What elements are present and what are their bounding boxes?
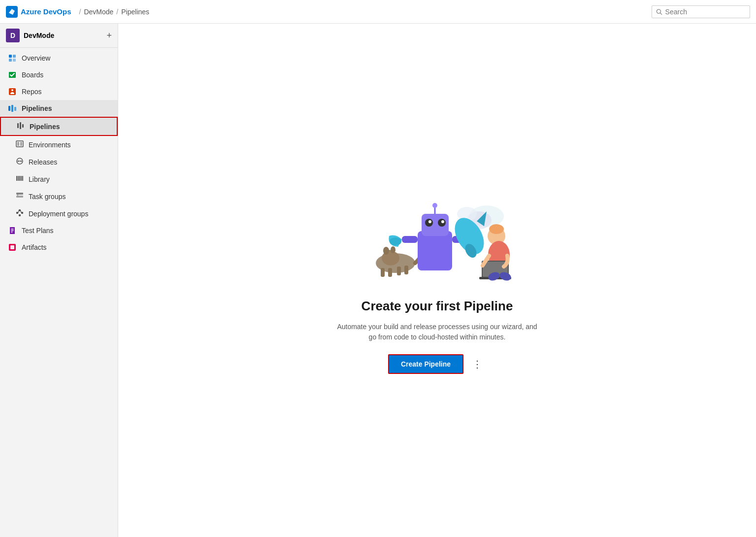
pipelines-sub-icon <box>17 122 25 131</box>
svg-point-62 <box>390 237 401 245</box>
pipeline-empty-state: Create your first Pipeline Automate your… <box>318 171 557 390</box>
svg-rect-3 <box>13 55 16 58</box>
project-header: D DevMode + <box>0 24 118 48</box>
svg-point-19 <box>18 161 19 162</box>
svg-rect-48 <box>381 268 385 277</box>
svg-rect-29 <box>17 194 18 196</box>
sidebar-subitem-task-groups[interactable]: Task groups <box>0 188 118 205</box>
empty-state-heading: Create your first Pipeline <box>362 299 513 314</box>
svg-rect-49 <box>388 268 392 277</box>
svg-rect-51 <box>404 266 408 274</box>
deployment-groups-icon <box>16 209 24 218</box>
pipelines-group-icon <box>8 104 17 113</box>
sidebar-subitem-label-task-groups: Task groups <box>29 193 66 201</box>
sidebar-item-label-overview: Overview <box>22 54 50 62</box>
sidebar-subitem-label-releases: Releases <box>29 158 57 166</box>
svg-rect-31 <box>19 209 21 211</box>
svg-point-57 <box>441 220 444 223</box>
svg-rect-12 <box>17 123 19 128</box>
project-avatar: D <box>6 29 20 42</box>
project-name: DevMode <box>24 32 54 39</box>
sidebar-subitem-label-pipelines: Pipelines <box>30 123 60 131</box>
sidebar-item-label-pipelines-group: Pipelines <box>22 104 52 112</box>
breadcrumb-sep1: / <box>79 8 81 16</box>
sidebar-item-overview[interactable]: Overview <box>0 50 118 67</box>
overview-icon <box>8 54 17 63</box>
logo-icon <box>6 6 18 18</box>
search-input[interactable] <box>665 8 746 16</box>
app-title: Azure DevOps <box>21 7 71 16</box>
svg-rect-60 <box>402 236 418 243</box>
sidebar-subitem-label-deployment-groups: Deployment groups <box>29 210 88 218</box>
svg-rect-5 <box>13 59 16 62</box>
sidebar-item-label-repos: Repos <box>22 88 41 96</box>
sidebar-item-label-test-plans: Test Plans <box>22 227 54 235</box>
svg-rect-4 <box>9 59 12 62</box>
svg-rect-52 <box>418 231 452 270</box>
main-content: Create your first Pipeline Automate your… <box>118 24 756 537</box>
svg-rect-13 <box>20 122 21 129</box>
svg-point-47 <box>391 246 395 253</box>
svg-point-59 <box>432 203 437 208</box>
sidebar-item-label-artifacts: Artifacts <box>22 243 47 251</box>
svg-line-35 <box>21 210 21 213</box>
sidebar-item-repos[interactable]: Repos <box>0 83 118 100</box>
sidebar-item-pipelines-group[interactable]: Pipelines <box>0 100 118 117</box>
sidebar-subitem-label-library: Library <box>29 175 50 183</box>
boards-icon <box>8 70 17 79</box>
pipeline-illustration <box>349 187 526 287</box>
svg-rect-9 <box>8 106 10 111</box>
breadcrumb: / DevMode / Pipelines <box>79 8 150 16</box>
svg-point-46 <box>383 247 389 255</box>
svg-rect-24 <box>19 176 20 181</box>
releases-icon <box>16 157 24 167</box>
breadcrumb-devmode[interactable]: DevMode <box>84 8 113 16</box>
svg-rect-11 <box>14 107 16 111</box>
svg-rect-25 <box>21 176 22 181</box>
sidebar-subitem-environments[interactable]: Environments <box>0 136 118 153</box>
sidebar-subitem-releases[interactable]: Releases <box>0 153 118 170</box>
sidebar-subitem-label-environments: Environments <box>29 141 71 149</box>
sidebar-subitem-library[interactable]: Library <box>0 170 118 188</box>
svg-rect-26 <box>22 176 23 181</box>
sidebar-item-label-boards: Boards <box>22 71 43 79</box>
svg-rect-16 <box>17 142 19 146</box>
sidebar: D DevMode + Overview <box>0 24 118 537</box>
sidebar-subitem-pipelines[interactable]: Pipelines <box>0 117 118 136</box>
test-plans-icon <box>8 226 17 235</box>
sidebar-item-artifacts[interactable]: Artifacts <box>0 239 118 256</box>
add-project-button[interactable]: + <box>106 31 112 40</box>
svg-rect-50 <box>397 267 401 275</box>
top-nav: Azure DevOps / DevMode / Pipelines <box>0 0 756 24</box>
svg-rect-22 <box>16 176 17 181</box>
svg-rect-37 <box>10 245 14 249</box>
artifacts-icon <box>8 243 17 252</box>
search-box[interactable] <box>652 5 750 18</box>
sidebar-item-boards[interactable]: Boards <box>0 67 118 83</box>
more-options-button[interactable]: ⋮ <box>468 356 486 372</box>
svg-rect-14 <box>22 124 24 128</box>
svg-rect-2 <box>9 55 12 58</box>
environments-icon <box>16 140 24 149</box>
library-icon <box>16 174 24 184</box>
sidebar-item-test-plans[interactable]: Test Plans <box>0 222 118 239</box>
svg-rect-23 <box>18 176 19 181</box>
cta-row: Create Pipeline ⋮ <box>388 354 486 374</box>
repos-icon <box>8 87 17 96</box>
svg-rect-17 <box>20 142 22 146</box>
svg-point-56 <box>428 220 431 223</box>
empty-state-description: Automate your build and release processe… <box>334 322 541 342</box>
svg-rect-10 <box>11 105 13 112</box>
task-groups-icon <box>16 192 24 201</box>
svg-point-8 <box>11 89 13 91</box>
svg-line-34 <box>18 210 19 213</box>
create-pipeline-button[interactable]: Create Pipeline <box>388 354 463 374</box>
svg-line-1 <box>660 13 662 14</box>
svg-rect-32 <box>21 212 23 214</box>
search-icon <box>656 8 662 15</box>
breadcrumb-sep2: / <box>116 8 118 16</box>
app-logo[interactable]: Azure DevOps <box>6 6 71 18</box>
svg-rect-33 <box>19 214 21 216</box>
sidebar-subitem-deployment-groups[interactable]: Deployment groups <box>0 205 118 222</box>
svg-point-20 <box>21 161 22 162</box>
